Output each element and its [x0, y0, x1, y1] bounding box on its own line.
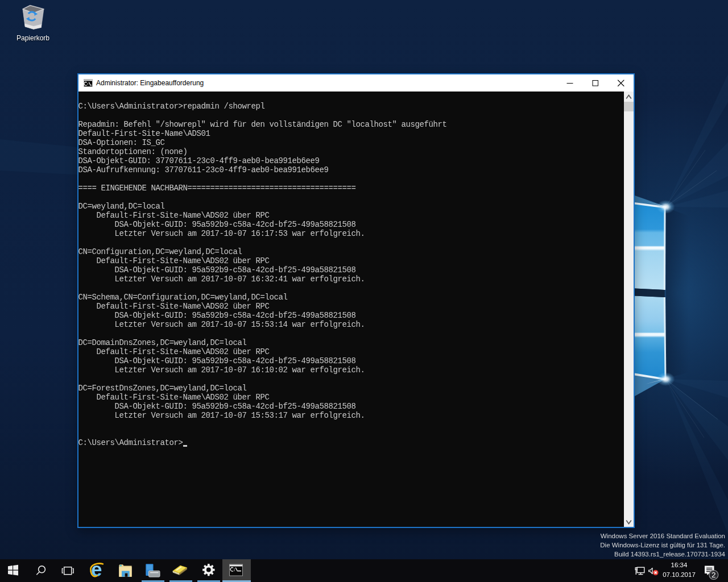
svg-text:07.10.2017: 07.10.2017	[663, 571, 696, 578]
svg-text:2: 2	[712, 571, 716, 579]
svg-text:16:34: 16:34	[671, 562, 688, 568]
svg-text:e: e	[91, 559, 102, 580]
